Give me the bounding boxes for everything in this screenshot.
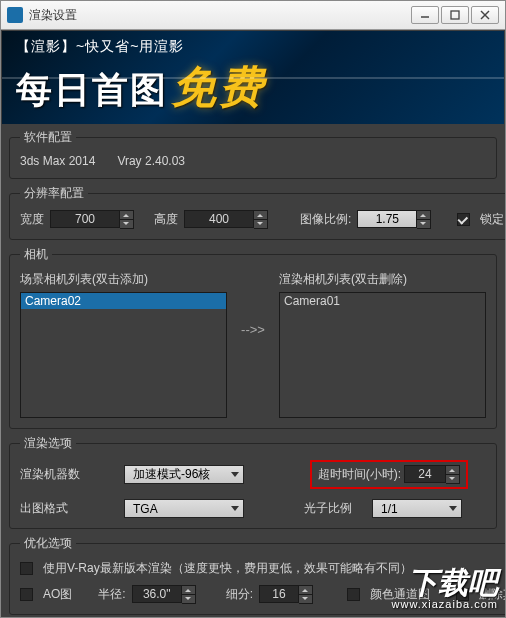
scene-camera-list[interactable]: Camera02 — [20, 292, 227, 418]
optimize-legend: 优化选项 — [20, 535, 76, 552]
timeout-input[interactable] — [404, 465, 446, 483]
chevron-down-icon — [231, 472, 239, 477]
ratio-spin-buttons[interactable] — [417, 210, 431, 229]
render-camera-label: 渲染相机列表(双击删除) — [279, 271, 486, 288]
lock-ratio-label: 锁定比例 — [480, 211, 506, 228]
format-value: TGA — [133, 502, 158, 516]
software-renderer: Vray 2.40.03 — [117, 154, 185, 168]
resolution-fieldset: 分辨率配置 宽度 高度 图像比例: 锁定比例 — [9, 185, 506, 240]
close-button[interactable] — [471, 6, 499, 24]
camera-fieldset: 相机 场景相机列表(双击添加) Camera02 -->> 渲染相机列表(双击删… — [9, 246, 497, 429]
photon-select[interactable]: 1/1 — [372, 499, 462, 518]
ao-label: AO图 — [43, 586, 72, 603]
titlebar: 渲染设置 — [1, 1, 505, 30]
render-options-fieldset: 渲染选项 渲染机器数 加速模式-96核 超时时间(小时): 出图格式 TGA 光… — [9, 435, 497, 529]
scene-camera-label: 场景相机列表(双击添加) — [20, 271, 227, 288]
software-fieldset: 软件配置 3ds Max 2014 Vray 2.40.03 — [9, 129, 497, 179]
use-vray-label: 使用V-Ray最新版本渲染（速度更快，费用更低，效果可能略有不同） — [43, 560, 412, 577]
photon-value: 1/1 — [381, 502, 398, 516]
color-channel-label: 颜色通道图 — [370, 586, 430, 603]
ratio-label: 图像比例: — [300, 211, 351, 228]
transfer-arrow: -->> — [233, 322, 273, 367]
radius-spinner[interactable] — [132, 585, 196, 604]
photon-label: 光子比例 — [304, 500, 352, 517]
timeout-spinner[interactable] — [404, 465, 460, 484]
app-icon — [7, 7, 23, 23]
banner: 【渲影】~快又省~用渲影 每日首图 免费 — [2, 31, 504, 124]
banner-tagline: 【渲影】~快又省~用渲影 — [16, 38, 490, 56]
maximize-button[interactable] — [441, 6, 469, 24]
window-title: 渲染设置 — [29, 7, 409, 24]
height-spin-buttons[interactable] — [254, 210, 268, 229]
chevron-down-icon — [449, 506, 457, 511]
width-spin-buttons[interactable] — [120, 210, 134, 229]
radius-spin-buttons[interactable] — [182, 585, 196, 604]
camera-legend: 相机 — [20, 246, 52, 263]
timeout-spin-buttons[interactable] — [446, 465, 460, 484]
height-label: 高度 — [154, 211, 178, 228]
height-input[interactable] — [184, 210, 254, 228]
format-label: 出图格式 — [20, 500, 80, 517]
format-select[interactable]: TGA — [124, 499, 244, 518]
timeout-highlight: 超时时间(小时): — [310, 460, 468, 489]
width-spinner[interactable] — [50, 210, 134, 229]
svg-rect-1 — [451, 11, 459, 19]
subdiv-spinner[interactable] — [259, 585, 313, 604]
timeout-label: 超时时间(小时): — [318, 466, 401, 483]
machines-select[interactable]: 加速模式-96核 — [124, 465, 244, 484]
render-options-legend: 渲染选项 — [20, 435, 76, 452]
list-item[interactable]: Camera02 — [21, 293, 226, 309]
use-vray-checkbox[interactable] — [20, 562, 33, 575]
ratio-spinner[interactable] — [357, 210, 431, 229]
software-legend: 软件配置 — [20, 129, 76, 146]
software-app: 3ds Max 2014 — [20, 154, 95, 168]
del-other-checkbox[interactable] — [456, 588, 469, 601]
list-item[interactable]: Camera01 — [280, 293, 485, 309]
radius-input[interactable] — [132, 585, 182, 603]
resolution-legend: 分辨率配置 — [20, 185, 88, 202]
banner-text-white: 每日首图 — [16, 66, 168, 115]
subdiv-spin-buttons[interactable] — [299, 585, 313, 604]
machines-label: 渲染机器数 — [20, 466, 80, 483]
chevron-down-icon — [231, 506, 239, 511]
color-channel-checkbox[interactable] — [347, 588, 360, 601]
render-camera-list[interactable]: Camera01 — [279, 292, 486, 418]
ao-checkbox[interactable] — [20, 588, 33, 601]
del-other-label: 删除其它通道 — [479, 586, 506, 603]
lock-ratio-checkbox[interactable] — [457, 213, 470, 226]
subdiv-label: 细分: — [226, 586, 253, 603]
width-label: 宽度 — [20, 211, 44, 228]
banner-text-yellow: 免费 — [172, 58, 266, 117]
optimize-fieldset: 优化选项 使用V-Ray最新版本渲染（速度更快，费用更低，效果可能略有不同） A… — [9, 535, 506, 615]
subdiv-input[interactable] — [259, 585, 299, 603]
height-spinner[interactable] — [184, 210, 268, 229]
machines-value: 加速模式-96核 — [133, 466, 210, 483]
radius-label: 半径: — [98, 586, 125, 603]
ratio-input[interactable] — [357, 210, 417, 228]
minimize-button[interactable] — [411, 6, 439, 24]
width-input[interactable] — [50, 210, 120, 228]
